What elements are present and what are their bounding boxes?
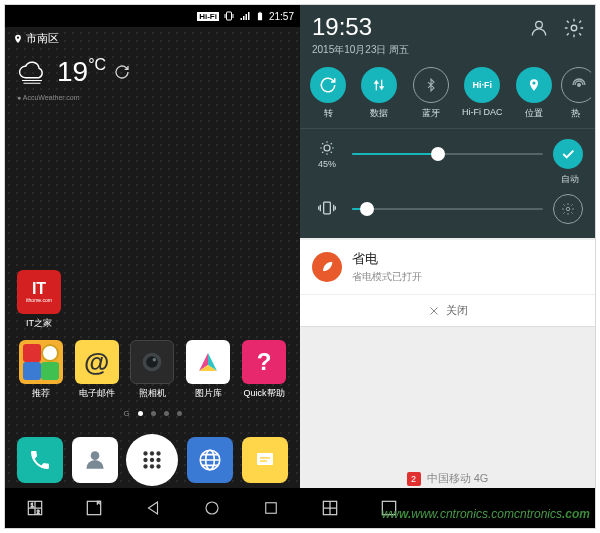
refresh-icon[interactable]: [114, 64, 130, 80]
svg-point-23: [206, 502, 218, 514]
svg-point-11: [150, 458, 154, 462]
status-time: 21:57: [269, 11, 294, 22]
toggle-hotspot[interactable]: 热: [561, 67, 591, 120]
svg-rect-24: [265, 503, 276, 514]
nav-home-button[interactable]: [198, 494, 226, 522]
location-row[interactable]: 市南区: [5, 27, 300, 50]
svg-point-28: [324, 145, 330, 151]
brightness-row: 45%: [312, 139, 583, 169]
user-icon[interactable]: [529, 18, 549, 38]
svg-point-25: [536, 21, 543, 28]
hifi-indicator: Hi-Fi: [197, 12, 219, 21]
weather-widget[interactable]: 19°C: [5, 50, 300, 94]
svg-point-10: [144, 458, 148, 462]
svg-point-14: [150, 464, 154, 468]
toggle-rotate[interactable]: 转: [304, 67, 352, 120]
page-indicator[interactable]: G: [5, 409, 300, 418]
location-text: 市南区: [26, 31, 59, 46]
vibrate-icon: [223, 10, 235, 22]
notification-battery-saver[interactable]: 省电 省电模式已打开 关闭: [300, 240, 595, 327]
settings-icon[interactable]: [563, 17, 585, 39]
app-email[interactable]: @ 电子邮件: [72, 340, 122, 400]
svg-text:2: 2: [36, 509, 39, 515]
qs-date: 2015年10月23日 周五: [312, 43, 409, 57]
weather-source: ● AccuWeather.com: [5, 94, 300, 101]
sim-badge: 2: [407, 472, 421, 486]
dock: [5, 434, 300, 486]
svg-point-7: [144, 451, 148, 455]
svg-point-26: [571, 25, 577, 31]
toggle-bluetooth[interactable]: 蓝牙: [407, 67, 455, 120]
temperature-value: 19°C: [57, 56, 106, 88]
svg-point-4: [147, 356, 159, 368]
toggle-row[interactable]: 转 数据 蓝牙 Hi·Fi Hi-Fi DAC 位置 热: [300, 61, 595, 129]
notif-close-button[interactable]: 关闭: [300, 294, 595, 326]
nav-dual-button[interactable]: [316, 494, 344, 522]
svg-rect-29: [324, 202, 331, 214]
dock-contacts[interactable]: [72, 437, 118, 483]
brightness-slider[interactable]: [352, 153, 543, 155]
volume-slider[interactable]: [352, 208, 543, 210]
toggle-hifi[interactable]: Hi·Fi Hi-Fi DAC: [458, 67, 506, 120]
signal-icon: [239, 10, 251, 22]
cloud-icon: [15, 59, 49, 85]
notif-title: 省电: [352, 250, 422, 268]
app-camera[interactable]: 照相机: [127, 340, 177, 400]
app-recommend[interactable]: 推荐: [16, 340, 66, 400]
nav-qslide-button[interactable]: [80, 494, 108, 522]
dock-phone[interactable]: [17, 437, 63, 483]
svg-rect-2: [259, 12, 261, 13]
svg-text:1: 1: [30, 502, 33, 508]
nav-recent-button[interactable]: [257, 494, 285, 522]
close-icon: [428, 305, 440, 317]
dock-messages[interactable]: [242, 437, 288, 483]
svg-point-30: [566, 207, 570, 211]
leaf-icon: [312, 252, 342, 282]
app-quickhelp[interactable]: ? Quick帮助: [239, 340, 289, 400]
nav-dual-button[interactable]: 12: [21, 494, 49, 522]
quick-settings-panel: 19:53 2015年10月23日 周五 转 数据 蓝牙 Hi·Fi: [300, 5, 595, 238]
svg-point-27: [578, 84, 581, 87]
toggle-location[interactable]: 位置: [510, 67, 558, 120]
sound-settings-button[interactable]: [553, 194, 583, 224]
notif-subtitle: 省电模式已打开: [352, 270, 422, 284]
svg-rect-0: [226, 12, 231, 20]
volume-row: [312, 194, 583, 224]
carrier-name: 中国移动 4G: [427, 471, 489, 486]
dock-browser[interactable]: [187, 437, 233, 483]
watermark: www.www.cntronics.comcntronics.com: [382, 507, 590, 521]
dock-apps[interactable]: [126, 434, 178, 486]
svg-point-9: [157, 451, 161, 455]
svg-point-5: [153, 358, 157, 362]
carrier-row: 2 中国移动 4G: [300, 471, 595, 486]
auto-label: 自动: [312, 173, 579, 186]
svg-point-6: [91, 451, 100, 460]
nav-bar: 12: [5, 488, 300, 528]
nav-back-button[interactable]: [139, 494, 167, 522]
auto-brightness-button[interactable]: [553, 139, 583, 169]
battery-icon: [255, 10, 265, 22]
vibrate-icon[interactable]: [312, 198, 342, 220]
svg-rect-1: [258, 13, 262, 21]
toggle-data[interactable]: 数据: [355, 67, 403, 120]
pin-icon: [13, 34, 23, 44]
app-gallery[interactable]: 图片库: [183, 340, 233, 400]
svg-point-12: [157, 458, 161, 462]
brightness-icon: 45%: [312, 139, 342, 169]
app-ithome[interactable]: IT ithome.com IT之家: [17, 270, 61, 330]
svg-point-8: [150, 451, 154, 455]
status-bar: Hi-Fi 21:57: [5, 5, 300, 27]
svg-point-13: [144, 464, 148, 468]
qs-time[interactable]: 19:53: [312, 13, 409, 41]
svg-point-15: [157, 464, 161, 468]
